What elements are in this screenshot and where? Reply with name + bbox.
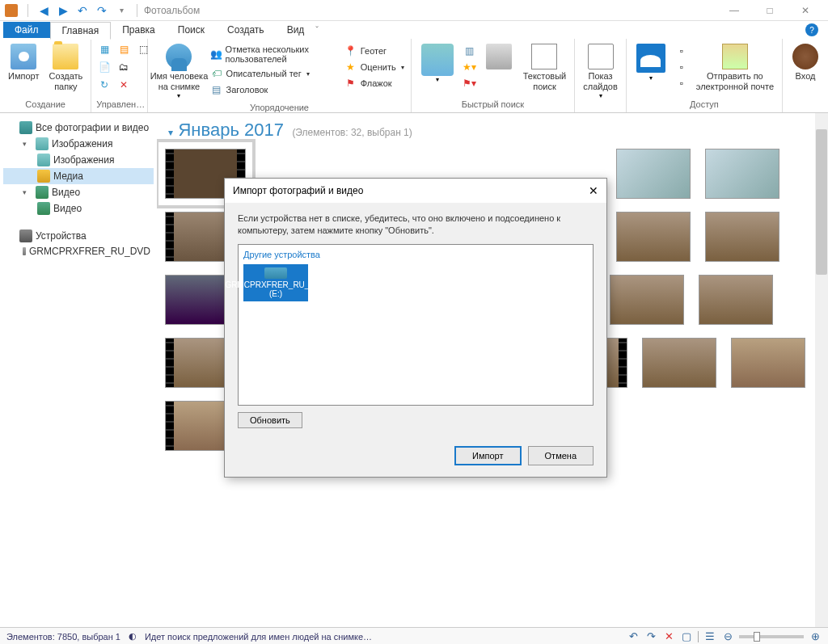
titlebar: ◀ ▶ ↶ ↷ ▾ Фотоальбом — □ ✕ xyxy=(0,0,828,21)
select-tool-icon[interactable]: ▦ xyxy=(96,42,112,57)
thumbnail[interactable] xyxy=(699,275,773,325)
thumbnail[interactable] xyxy=(610,275,684,325)
quick-star-icon[interactable]: ★▾ xyxy=(462,60,478,74)
binoculars-button[interactable] xyxy=(481,42,517,73)
tab-home[interactable]: Главная xyxy=(50,22,112,40)
zoom-out-icon[interactable]: ⊖ xyxy=(721,630,734,643)
nav-forward-icon[interactable]: ▶ xyxy=(54,2,72,19)
refresh-button[interactable]: Обновить xyxy=(238,412,302,428)
rate-button[interactable]: ★Оценить▾ xyxy=(343,60,406,74)
quick-person-button[interactable]: ▾ xyxy=(416,42,458,85)
tree-drive[interactable]: GRMCPRXFRER_RU_DVD xyxy=(3,244,154,259)
delete-icon[interactable]: ✕ xyxy=(116,78,132,92)
group-label: Упорядочение xyxy=(153,101,405,114)
tab-edit[interactable]: Правка xyxy=(111,22,167,38)
geotag-button[interactable]: 📍Геотег xyxy=(343,44,406,58)
minimize-button[interactable]: — xyxy=(716,0,752,21)
app-icon xyxy=(5,4,18,17)
rotate-icon[interactable]: ↻ xyxy=(96,78,112,92)
thumbnail[interactable] xyxy=(731,338,805,388)
share-icon1[interactable]: ▫ xyxy=(674,44,690,58)
tag-users-button[interactable]: 👥Отметка нескольких пользователей xyxy=(209,44,340,65)
dialog-title: Импорт фотографий и видео xyxy=(233,185,363,196)
thumbnail[interactable] xyxy=(642,338,716,388)
rotate-right-icon[interactable]: ↷ xyxy=(644,630,657,643)
menubar: Файл Главная Правка Поиск Создать Вид ˇ … xyxy=(0,21,828,39)
email-button[interactable]: Отправить по электронной почте xyxy=(693,42,777,94)
slideshow-button[interactable]: Показ слайдов▾ xyxy=(580,42,621,101)
person-name-button[interactable]: Имя человека на снимке ▾ xyxy=(153,42,205,101)
slideshow-icon[interactable]: ▢ xyxy=(680,630,693,643)
delete-icon[interactable]: ✕ xyxy=(662,630,675,643)
device-item[interactable]: GRMCPRXFRER_RU_DVD (E:) xyxy=(243,264,308,301)
statusbar: Элементов: 7850, выбран 1 ◐ Идет поиск п… xyxy=(0,627,828,644)
file-tab[interactable]: Файл xyxy=(3,22,50,38)
title-button[interactable]: ▤Заголовок xyxy=(209,82,340,97)
tree-devices[interactable]: Устройства xyxy=(3,228,154,244)
nav-back-icon[interactable]: ◀ xyxy=(35,2,53,19)
group-label: Быстрый поиск xyxy=(416,98,570,111)
status-count: Элементов: 7850, выбран 1 xyxy=(6,632,120,642)
maximize-button[interactable]: □ xyxy=(752,0,788,21)
dialog-instructions: Если устройства нет в списке, убедитесь,… xyxy=(238,213,594,238)
redo-icon[interactable]: ↷ xyxy=(93,2,111,19)
import-button[interactable]: Импорт xyxy=(5,42,42,83)
share-icon2[interactable]: ▫ xyxy=(674,60,690,74)
view-details-icon[interactable]: ☰ xyxy=(703,630,716,643)
tree-images-sub[interactable]: Изображения xyxy=(3,152,154,168)
thumbnail[interactable] xyxy=(705,149,779,199)
tree-video[interactable]: ▾Видео xyxy=(3,184,154,200)
tree-media[interactable]: Медиа xyxy=(3,168,154,184)
import-confirm-button[interactable]: Импорт xyxy=(454,446,521,465)
layout-icon[interactable]: ▤ xyxy=(116,42,132,57)
create-folder-button[interactable]: Создать папку xyxy=(45,42,86,94)
undo-icon[interactable]: ↶ xyxy=(74,2,91,19)
skydrive-button[interactable]: ▾ xyxy=(632,42,670,83)
group-label xyxy=(580,101,621,114)
zoom-in-icon[interactable]: ⊕ xyxy=(809,630,822,643)
help-icon[interactable]: ? xyxy=(805,23,818,36)
sidebar: Все фотографии и видео ▾Изображения Изоб… xyxy=(0,113,157,627)
thumbnail[interactable] xyxy=(616,212,691,262)
copy-icon[interactable]: 📄 xyxy=(96,60,112,74)
zoom-slider[interactable] xyxy=(739,635,804,638)
desc-tag-button[interactable]: 🏷Описательный тег▾ xyxy=(209,66,340,81)
item-count: (Элементов: 32, выбран 1) xyxy=(292,127,412,138)
tree-video-sub[interactable]: Видео xyxy=(3,200,154,217)
share-icon3[interactable]: ▫ xyxy=(674,76,690,90)
date-header: ▾ Январь 2017 (Элементов: 32, выбран 1) xyxy=(157,113,828,144)
device-group-label: Другие устройства xyxy=(243,250,588,259)
flag-button[interactable]: ⚑Флажок xyxy=(343,76,406,90)
login-button[interactable]: Вход xyxy=(788,42,823,83)
drive-icon xyxy=(264,267,287,279)
ribbon: Импорт Создать папку Создание ▦📄↻ ▤🗂✕ ⬚ … xyxy=(0,39,828,113)
import-dialog: Импорт фотографий и видео ✕ Если устройс… xyxy=(224,178,607,478)
group-label: Создание xyxy=(5,98,86,111)
device-list: Другие устройства GRMCPRXFRER_RU_DVD (E:… xyxy=(238,244,594,406)
qat-dropdown-icon[interactable]: ▾ xyxy=(112,2,130,19)
group-label: Управлен… xyxy=(96,98,142,111)
collapse-icon[interactable]: ▾ xyxy=(168,127,173,138)
thumbnail[interactable] xyxy=(705,212,779,262)
tree-images[interactable]: ▾Изображения xyxy=(3,136,154,152)
rotate-left-icon[interactable]: ↶ xyxy=(627,630,640,643)
app-title: Фотоальбом xyxy=(144,5,200,16)
ribbon-collapse-icon[interactable]: ˇ xyxy=(315,25,319,35)
tab-create[interactable]: Создать xyxy=(216,22,276,38)
tree-all-photos[interactable]: Все фотографии и видео xyxy=(3,120,154,136)
spinner-icon: ◐ xyxy=(129,631,137,642)
thumbnail[interactable] xyxy=(616,149,691,199)
rename-icon[interactable]: 🗂 xyxy=(116,60,132,74)
tab-view[interactable]: Вид xyxy=(276,22,316,38)
dialog-close-icon[interactable]: ✕ xyxy=(589,184,598,197)
quick-filter-icon[interactable]: ▥ xyxy=(462,44,478,58)
cancel-button[interactable]: Отмена xyxy=(528,446,594,465)
vertical-scrollbar[interactable] xyxy=(815,113,828,627)
close-button[interactable]: ✕ xyxy=(788,0,823,21)
quick-flag-icon[interactable]: ⚑▾ xyxy=(462,76,478,90)
tab-search[interactable]: Поиск xyxy=(167,22,216,38)
date-title: Январь 2017 xyxy=(178,120,283,140)
group-label: Доступ xyxy=(632,98,777,111)
text-search-button[interactable]: Текстовый поиск xyxy=(520,42,570,94)
status-search: Идет поиск предложений для имен людей на… xyxy=(145,632,372,642)
